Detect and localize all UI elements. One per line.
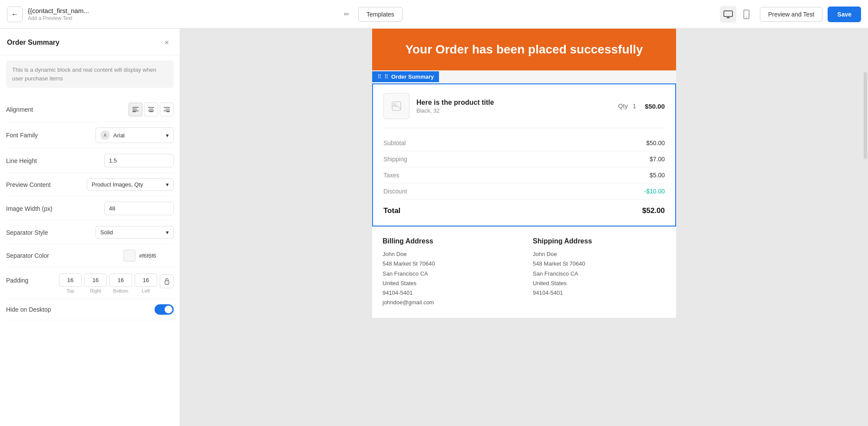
product-qty: Qty 1 [618,103,636,110]
desktop-view-button[interactable] [720,6,736,23]
shipping-label: Shipping [383,156,407,163]
billing-zip: 94104-5401 [383,288,515,298]
preview-and-test-button[interactable]: Preview and Test [760,7,822,22]
panel-header: Order Summary × [0,29,180,55]
padding-right-label: Right [90,288,101,293]
padding-lock-button[interactable] [160,274,174,288]
line-height-input[interactable] [104,154,174,167]
padding-row: Padding Top Right Bottom [6,267,174,299]
separator-style-label: Separator Style [6,229,48,236]
hide-desktop-toggle[interactable] [155,304,174,315]
padding-bottom-input[interactable] [109,273,132,287]
svg-rect-17 [165,281,169,284]
padding-top-label: Top [66,288,74,293]
subtotal-row: Subtotal $50.00 [383,135,665,151]
svg-rect-0 [724,11,733,17]
padding-left-item: Left [135,273,157,293]
separator-color-input[interactable] [139,253,174,259]
billing-country: United States [383,279,515,288]
padding-left-input[interactable] [135,273,157,287]
separator-color-control [123,250,174,262]
align-center-button[interactable] [144,103,158,116]
device-icons [720,6,755,23]
total-row: Total $52.00 [383,200,665,217]
edit-icon[interactable]: ✏ [340,8,353,21]
font-family-label: Font Family [6,132,38,139]
shipping-name: John Doe [533,250,666,259]
shipping-value: $7.00 [650,156,665,163]
padding-right-input[interactable] [84,273,107,287]
separator-style-chevron-icon: ▾ [166,229,169,236]
preview-content-dropdown[interactable]: Product Images, Qty ▾ [87,178,174,191]
font-family-icon: A [100,130,110,140]
topbar: ← {{contact_first_nam... Add a Preview T… [0,0,868,29]
alignment-row: Alignment [6,97,174,122]
shipping-zip: 94104-5401 [533,288,666,298]
padding-bottom-item: Bottom [109,273,132,293]
left-panel: Order Summary × This is a dynamic block … [0,29,180,426]
alignment-label: Alignment [6,106,33,113]
padding-right-item: Right [84,273,107,293]
billing-address-title: Billing Address [383,237,515,245]
line-items: Subtotal $50.00 Shipping $7.00 Taxes $5.… [383,135,665,200]
billing-city-state: San Francisco CA [383,269,515,279]
padding-bottom-label: Bottom [113,288,129,293]
email-header-text: Your Order has been placed successfully [389,42,659,57]
preview-content-label: Preview Content [6,181,51,188]
billing-email: johndoe@gmail.com [383,298,515,307]
subtotal-value: $50.00 [646,140,665,146]
align-left-button[interactable] [129,103,142,116]
separator-style-dropdown[interactable]: Solid ▾ [96,226,174,239]
block-label-bar: ⠿ ⠿ Order Summary [372,71,439,82]
product-variant: Black, 32 [416,107,611,114]
order-summary-container: ⠿ ⠿ Order Summary Here is the product ti… [372,70,676,318]
page-subtitle: Add a Preview Text [28,15,335,21]
back-button[interactable]: ← [7,7,23,22]
align-right-button[interactable] [160,103,174,116]
scrollbar[interactable] [864,72,867,159]
font-family-dropdown[interactable]: A Arial ▾ [96,127,174,143]
padding-top-item: Top [59,273,82,293]
image-width-input[interactable] [104,202,174,215]
taxes-label: Taxes [383,172,399,179]
email-canvas: Your Order has been placed successfully … [372,29,676,318]
block-grid-icon: ⠿ [384,73,389,80]
title-group: {{contact_first_nam... Add a Preview Tex… [28,7,335,21]
padding-label: Padding [6,273,28,284]
dynamic-block-notice: This is a dynamic block and real content… [6,60,174,88]
email-header-block: Your Order has been placed successfully [372,29,676,70]
shipping-country: United States [533,279,666,288]
dropdown-chevron-icon: ▾ [166,132,169,139]
subtotal-label: Subtotal [383,140,406,146]
separator-style-row: Separator Style Solid ▾ [6,221,174,244]
separator-color-row: Separator Color [6,244,174,267]
padding-top-input[interactable] [59,273,82,287]
discount-row: Discount -$10.00 [383,183,665,200]
separator-color-swatch[interactable] [123,250,135,262]
preview-content-chevron-icon: ▾ [166,181,169,188]
discount-value: -$10.00 [644,188,665,195]
block-label-text: Order Summary [391,73,434,80]
svg-point-4 [746,17,747,18]
padding-left-label: Left [142,288,150,293]
taxes-row: Taxes $5.00 [383,167,665,183]
mobile-view-button[interactable] [738,6,755,23]
shipping-city-state: San Francisco CA [533,269,666,279]
hide-desktop-row: Hide on Desktop [6,299,174,320]
block-handle-icon: ⠿ [377,73,382,80]
total-label: Total [383,206,400,215]
panel-close-button[interactable]: × [161,37,173,49]
billing-name: John Doe [383,250,515,259]
preview-content-row: Preview Content Product Images, Qty ▾ [6,173,174,196]
product-info: Here is the product title Black, 32 [416,99,611,114]
alignment-controls [129,103,174,116]
billing-street: 548 Market St 70640 [383,259,515,269]
save-button[interactable]: Save [828,7,861,22]
line-height-label: Line Height [6,157,37,164]
content-area: Your Order has been placed successfully … [180,29,868,426]
image-width-row: Image Width (px) [6,196,174,221]
hide-desktop-label: Hide on Desktop [6,306,51,313]
shipping-address-col: Shipping Address John Doe 548 Market St … [533,237,666,307]
product-title: Here is the product title [416,99,611,106]
templates-button[interactable]: Templates [358,7,403,22]
